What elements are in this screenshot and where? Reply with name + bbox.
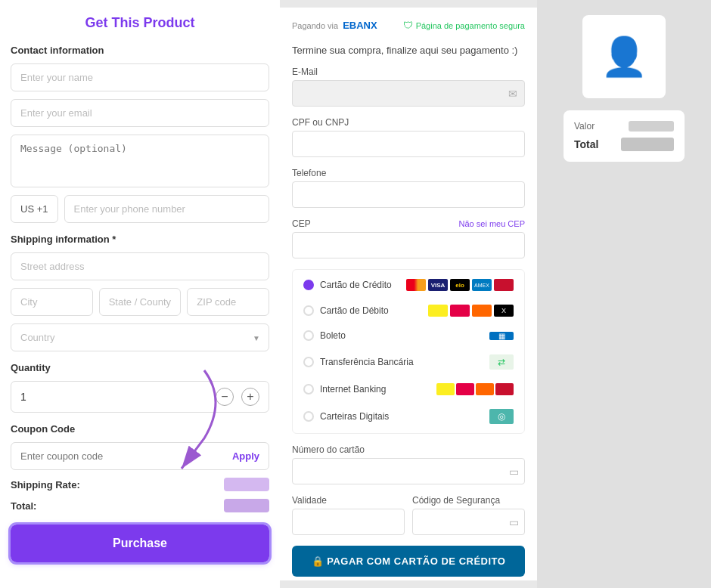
cartao-debito-label: Cartão de Débito (320, 305, 389, 316)
email-input[interactable] (11, 99, 269, 127)
payment-option-internet-banking[interactable]: Internet Banking (297, 379, 520, 400)
valor-bar (629, 121, 674, 132)
contact-section-label: Contact information (11, 45, 269, 56)
total-summary-row: Total (574, 138, 674, 151)
pay-button[interactable]: 🔒 PAGAR COM CARTÃO DE CRÉDITO (292, 546, 525, 577)
visa-icon: VISA (428, 279, 448, 291)
country-select-wrapper: Country (11, 323, 269, 351)
security-card-icon: ▭ (509, 516, 519, 528)
carteiras-icons: ◎ (489, 409, 514, 424)
cartao-credito-icons: VISA elo AMEX (406, 279, 514, 291)
quantity-buttons: − + (216, 388, 259, 406)
payment-option-cartao-credito[interactable]: Cartão de Crédito VISA elo AMEX (297, 274, 520, 296)
inet-santander-icon (456, 383, 474, 395)
valor-row: Valor (574, 121, 674, 132)
name-input[interactable] (11, 63, 269, 91)
cep-input[interactable] (292, 232, 525, 258)
coupon-row: Apply (11, 442, 269, 470)
wallet-icon: ◎ (489, 409, 514, 424)
card-number-label: Número do cartão (292, 444, 525, 455)
email-icon: ✉ (508, 88, 517, 100)
avatar-icon: 👤 (601, 35, 647, 79)
card-number-input[interactable] (292, 458, 525, 484)
country-select[interactable]: Country (11, 323, 269, 351)
security-label: Código de Segurança (412, 495, 525, 506)
summary-card: Valor Total (564, 110, 685, 162)
total-label: Total: (11, 500, 36, 512)
cep-label: CEP (292, 218, 311, 229)
shipping-rate-label: Shipping Rate: (11, 479, 80, 491)
phone-input[interactable] (64, 195, 270, 223)
city-input[interactable] (11, 288, 93, 316)
valor-label: Valor (574, 121, 595, 132)
telefone-input[interactable] (292, 181, 525, 208)
radio-cartao-credito (303, 280, 314, 290)
coupon-section-label: Coupon Code (11, 423, 269, 435)
payment-option-cartao-debito[interactable]: Cartão de Débito X (297, 300, 520, 321)
total-summary-label: Total (574, 138, 598, 150)
inet-bb-icon (436, 383, 455, 395)
boleto-label: Boleto (320, 330, 346, 341)
mastercard-icon (406, 279, 426, 291)
carteiras-label: Carteiras Digitais (320, 411, 389, 422)
secure-label: Página de pagamento segura (416, 21, 525, 30)
telefone-label: Telefone (292, 168, 525, 178)
elo-icon: elo (450, 279, 470, 291)
payment-option-carteiras[interactable]: Carteiras Digitais ◎ (297, 404, 520, 429)
ebanx-email-input[interactable] (292, 80, 525, 107)
validade-input[interactable] (292, 509, 405, 535)
quantity-decrease-button[interactable]: − (216, 388, 234, 406)
welcome-text: Termine sua compra, finalize aqui seu pa… (292, 45, 525, 56)
cpf-input[interactable] (292, 131, 525, 157)
secure-badge: 🛡 Página de pagamento segura (403, 20, 525, 31)
shipping-rate-row: Shipping Rate: (11, 478, 269, 491)
cep-group: CEP Não sei meu CEP (292, 218, 525, 258)
security-group: Código de Segurança ▭ (412, 495, 525, 535)
country-code-button[interactable]: US +1 (11, 195, 58, 223)
message-input[interactable] (11, 135, 269, 187)
state-input[interactable] (99, 288, 182, 316)
total-row: Total: (11, 499, 269, 512)
payment-option-boleto[interactable]: Boleto ▦ (297, 326, 520, 345)
purchase-button[interactable]: Purchase (11, 525, 269, 562)
cep-link[interactable]: Não sei meu CEP (459, 219, 525, 228)
quantity-increase-button[interactable]: + (241, 388, 259, 406)
payment-options: Cartão de Crédito VISA elo AMEX Cartão d… (292, 269, 525, 434)
radio-boleto (303, 330, 314, 341)
security-input-wrapper: ▭ (412, 509, 525, 535)
cep-label-row: CEP Não sei meu CEP (292, 218, 525, 229)
bb-icon (428, 305, 448, 317)
validity-security-row: Validade Código de Segurança ▭ (292, 495, 525, 535)
apply-coupon-button[interactable]: Apply (232, 450, 259, 462)
total-value (224, 499, 269, 512)
shipping-rate-value (224, 478, 269, 491)
card-type-icon: ▭ (509, 466, 519, 478)
validade-label: Validade (292, 495, 405, 506)
transferencia-label: Transferência Bancária (320, 357, 414, 367)
street-input[interactable] (11, 252, 269, 280)
payment-option-transferencia[interactable]: Transferência Bancária ⇄ (297, 350, 520, 374)
cpf-group: CPF ou CNPJ (292, 117, 525, 157)
inet-bradesco-icon (495, 383, 514, 395)
card-number-group: Número do cartão ▭ (292, 444, 525, 484)
inet-itau-icon (476, 383, 494, 395)
city-state-row (11, 288, 269, 316)
security-code-input[interactable] (412, 509, 525, 535)
phone-row: US +1 (11, 195, 269, 223)
radio-cartao-debito (303, 305, 314, 316)
ebanx-header: Pagando via EBANX 🛡 Página de pagamento … (292, 20, 525, 31)
radio-internet-banking (303, 384, 314, 395)
total-summary-bar (621, 138, 674, 151)
internet-banking-icons (436, 383, 514, 395)
lock-icon: 🔒 (312, 556, 324, 567)
avatar-card: 👤 (582, 15, 666, 98)
validade-group: Validade (292, 495, 405, 535)
quantity-section-label: Quantity (11, 362, 269, 373)
boleto-barcode-icon: ▦ (489, 332, 514, 340)
middle-panel: Pagando via EBANX 🛡 Página de pagamento … (280, 8, 537, 580)
zip-input[interactable] (187, 288, 269, 316)
shipping-section-label: Shipping information * (11, 234, 269, 245)
page-title: Get This Product (11, 15, 269, 31)
coupon-input[interactable] (20, 450, 232, 462)
ebanx-brand-name: EBANX (343, 20, 377, 31)
